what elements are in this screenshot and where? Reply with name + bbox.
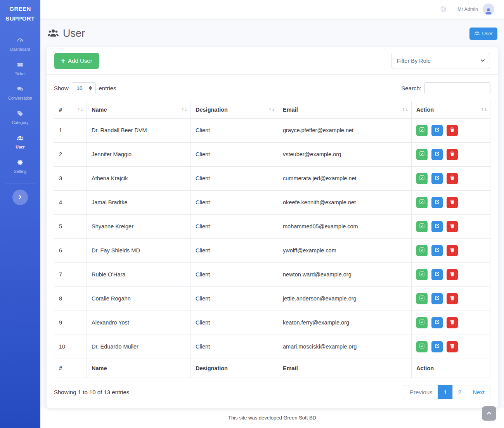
row-designation-cell: Client (191, 166, 278, 190)
main-column: Mr Admin User (40, 0, 504, 428)
approve-button[interactable] (416, 245, 428, 256)
delete-button[interactable] (447, 269, 458, 280)
brand-logo[interactable]: GREEN SUPPORT (0, 0, 40, 27)
row-action-cell (412, 166, 490, 190)
delete-button[interactable] (447, 149, 458, 160)
next-page-button[interactable]: Next (467, 385, 490, 399)
row-number-cell: 8 (54, 286, 87, 311)
edit-button[interactable] (431, 173, 443, 184)
delete-button[interactable] (447, 221, 458, 232)
delete-button[interactable] (447, 317, 458, 328)
edit-button[interactable] (431, 245, 443, 256)
sort-icon: ↑↓ (77, 107, 83, 112)
approve-button[interactable] (416, 293, 428, 304)
add-user-button[interactable]: + Add User (54, 53, 99, 69)
trash-icon (449, 247, 455, 254)
sidebar-toggle-button[interactable] (12, 190, 28, 205)
row-number-cell: 7 (54, 262, 87, 286)
table-head: # ↑↓ Name ↑↓ Designation ↑↓ Email (54, 101, 490, 118)
approve-button[interactable] (416, 341, 428, 352)
column-header-email[interactable]: Email ↑↓ (278, 101, 412, 118)
user-badge-button[interactable]: User (469, 28, 497, 40)
footer-header-designation: Designation (191, 359, 278, 378)
sort-icon: ↑↓ (402, 107, 408, 112)
footer-text: This site was developed Green Soft BD (228, 415, 316, 421)
edit-button[interactable] (431, 317, 443, 328)
edit-pencil-icon (434, 343, 440, 350)
sidebar-item-category[interactable]: Category (0, 105, 40, 129)
user-menu[interactable]: Mr Admin (457, 3, 494, 15)
column-header-name[interactable]: Name ↑↓ (87, 101, 191, 118)
column-header-num[interactable]: # ↑↓ (54, 101, 87, 118)
edit-button[interactable] (431, 125, 443, 136)
trash-icon (449, 271, 455, 278)
page-length-select[interactable]: 10 (72, 82, 96, 94)
row-action-cell (412, 238, 490, 262)
edit-pencil-icon (434, 199, 440, 206)
row-action-cell (412, 335, 490, 359)
delete-button[interactable] (447, 341, 458, 352)
table-row: 2 Jennifer Maggio Client vsteuber@exampl… (54, 142, 490, 166)
row-number-cell: 5 (54, 214, 87, 238)
page-1-button[interactable]: 1 (438, 385, 452, 399)
column-header-designation[interactable]: Designation ↑↓ (191, 101, 278, 118)
plus-icon: + (61, 57, 65, 64)
sidebar-item-setting[interactable]: Setting (0, 154, 40, 178)
edit-button[interactable] (431, 341, 443, 352)
approve-button[interactable] (416, 125, 428, 136)
approve-button[interactable] (416, 317, 428, 328)
trash-icon (449, 223, 455, 230)
scroll-to-top-button[interactable] (482, 406, 496, 421)
check-square-icon (419, 271, 425, 278)
approve-button[interactable] (416, 269, 428, 280)
edit-button[interactable] (431, 269, 443, 280)
delete-button[interactable] (447, 125, 458, 136)
updown-arrows-icon (89, 86, 92, 90)
row-number-cell: 6 (54, 238, 87, 262)
row-email-cell: mohammed05@example.com (278, 214, 412, 238)
search-input[interactable] (424, 82, 490, 94)
filter-by-role-select[interactable]: Filter By Role (391, 53, 490, 69)
trash-icon (449, 127, 455, 134)
sidebar-item-dashboard[interactable]: Dashboard (0, 32, 40, 56)
sort-icon: ↑↓ (481, 107, 487, 112)
row-number-cell: 2 (54, 142, 87, 166)
filter-select-value: Filter By Role (397, 58, 431, 64)
delete-button[interactable] (447, 245, 458, 256)
page-2-button[interactable]: 2 (452, 385, 467, 399)
row-email-cell: keaton.ferry@example.org (278, 311, 412, 335)
approve-button[interactable] (416, 221, 428, 232)
globe-icon[interactable] (440, 6, 447, 12)
tachometer-icon (17, 37, 24, 47)
edit-button[interactable] (431, 221, 443, 232)
topbar: Mr Admin (40, 0, 504, 19)
sidebar-item-conversation[interactable]: Conversation (0, 81, 40, 105)
previous-page-button[interactable]: Previous (404, 385, 438, 399)
row-name-cell: Rubie O'Hara (87, 262, 191, 286)
approve-button[interactable] (416, 173, 428, 184)
row-email-cell: cummerata.jed@example.net (278, 166, 412, 190)
sidebar-item-ticket[interactable]: Ticket (0, 56, 40, 81)
page-length-value: 10 (77, 85, 83, 91)
datatable-footer: Showing 1 to 10 of 13 entries Previous 1… (54, 385, 490, 399)
approve-button[interactable] (416, 149, 428, 160)
edit-button[interactable] (431, 293, 443, 304)
gear-icon (17, 159, 24, 169)
row-email-cell: vsteuber@example.org (278, 142, 412, 166)
edit-button[interactable] (431, 149, 443, 160)
trash-icon (449, 319, 455, 326)
card-body: Show 10 entries Search: (47, 75, 498, 408)
user-name: Mr Admin (457, 7, 478, 12)
entries-info: Showing 1 to 10 of 13 entries (54, 389, 129, 395)
delete-button[interactable] (447, 293, 458, 304)
delete-button[interactable] (447, 173, 458, 184)
edit-pencil-icon (434, 223, 440, 230)
search-label: Search: (401, 85, 421, 91)
column-header-action[interactable]: Action ↑↓ (412, 101, 490, 118)
edit-button[interactable] (431, 197, 443, 208)
sidebar-item-label: Category (12, 120, 29, 125)
row-action-cell (412, 311, 490, 335)
delete-button[interactable] (447, 197, 458, 208)
sidebar-item-user[interactable]: User (0, 129, 40, 154)
approve-button[interactable] (416, 197, 428, 208)
